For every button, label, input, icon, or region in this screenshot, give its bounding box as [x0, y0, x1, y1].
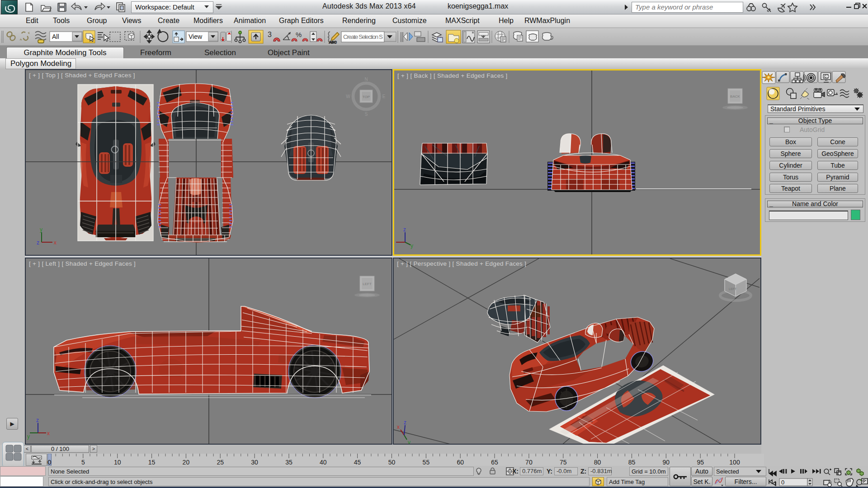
- svg-text:0: 0: [48, 459, 52, 466]
- svg-text:%: %: [296, 31, 302, 38]
- svg-text:z: z: [36, 417, 39, 423]
- svg-text:y: y: [40, 226, 42, 233]
- svg-text:70: 70: [525, 459, 533, 466]
- svg-text:All: All: [52, 33, 59, 40]
- svg-text:75: 75: [560, 459, 567, 466]
- svg-text:S: S: [365, 112, 368, 117]
- svg-text:LEFT: LEFT: [729, 287, 737, 291]
- svg-text:50: 50: [388, 459, 396, 466]
- svg-text:x: x: [397, 424, 400, 430]
- svg-text:TOP: TOP: [363, 95, 370, 99]
- svg-text:BACK: BACK: [730, 94, 740, 99]
- svg-text:10: 10: [114, 459, 121, 466]
- svg-text:95: 95: [697, 459, 704, 466]
- svg-text:20: 20: [183, 459, 190, 466]
- svg-text:View: View: [189, 33, 203, 40]
- svg-text:x: x: [47, 430, 50, 436]
- svg-text:80: 80: [594, 459, 601, 466]
- svg-text:0: 0: [781, 479, 784, 486]
- svg-text:z: z: [403, 226, 406, 233]
- svg-text:z: z: [404, 419, 406, 426]
- svg-text:Create Selection S: Create Selection S: [343, 33, 383, 40]
- svg-text:x: x: [54, 239, 57, 246]
- svg-text:3: 3: [268, 31, 272, 38]
- svg-text:25: 25: [217, 459, 224, 466]
- svg-text:30: 30: [251, 459, 258, 466]
- svg-text:60: 60: [457, 459, 464, 466]
- svg-text:90: 90: [663, 459, 670, 466]
- svg-text:5: 5: [81, 459, 85, 466]
- svg-text:40: 40: [320, 459, 327, 466]
- svg-text:15: 15: [148, 459, 156, 466]
- svg-text:E: E: [382, 94, 386, 99]
- svg-text:85: 85: [628, 459, 636, 466]
- svg-text:35: 35: [285, 459, 292, 466]
- svg-text:y: y: [410, 243, 413, 249]
- svg-text:55: 55: [423, 459, 430, 466]
- svg-text:65: 65: [491, 459, 498, 466]
- svg-text:100: 100: [729, 459, 740, 466]
- svg-text:z: z: [37, 239, 39, 246]
- svg-text:ABC: ABC: [329, 40, 337, 44]
- svg-text:y: y: [408, 439, 410, 445]
- svg-text:45: 45: [354, 459, 361, 466]
- svg-text:y: y: [27, 433, 30, 440]
- svg-text:W: W: [346, 94, 350, 99]
- svg-text:LEFT: LEFT: [363, 282, 372, 286]
- svg-text:N: N: [364, 77, 368, 82]
